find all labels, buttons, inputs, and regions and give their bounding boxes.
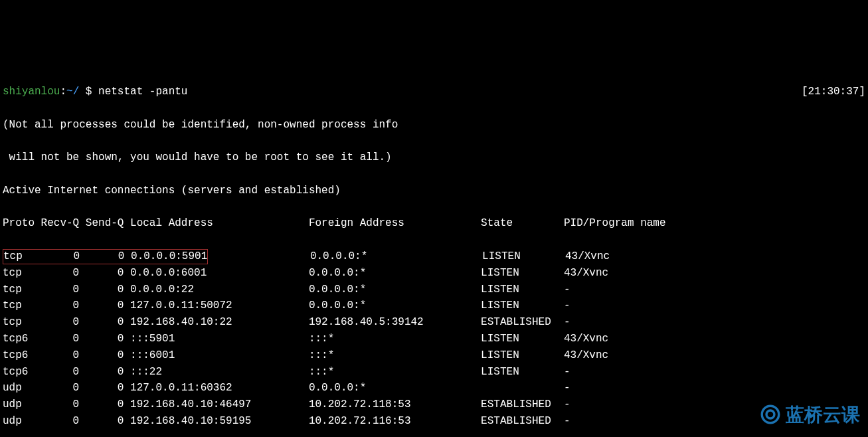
svg-point-0 (762, 406, 779, 424)
table-row: tcp 0 0 0.0.0.0:22 0.0.0.0:* LISTEN - (3, 282, 865, 298)
table-row: tcp 0 0 127.0.0.11:50072 0.0.0.0:* LISTE… (3, 298, 865, 314)
netstat-header: Proto Recv-Q Send-Q Local Address Foreig… (3, 215, 865, 232)
netstat-rows: tcp 0 0 0.0.0.0:5901 0.0.0.0:* LISTEN 43… (3, 248, 865, 430)
table-row: tcp 0 0 0.0.0.0:5901 0.0.0.0:* LISTEN 43… (3, 248, 865, 265)
prompt-user: shiyanlou (3, 86, 60, 98)
prompt-sep: : (60, 86, 66, 98)
table-row: tcp6 0 0 :::22 :::* LISTEN - (3, 364, 865, 381)
timestamp: [21:30:37] (802, 84, 865, 100)
table-row: udp 0 0 192.168.40.10:59195 10.202.72.11… (3, 413, 865, 430)
warning-text-1: (Not all processes could be identified, … (3, 117, 865, 133)
prompt-line-1[interactable]: shiyanlou:~/ $ netstat -pantu[21:30:37] (3, 84, 865, 100)
table-row: udp 0 0 192.168.40.10:46497 10.202.72.11… (3, 396, 865, 413)
command-input[interactable]: netstat -pantu (98, 86, 187, 98)
table-row: tcp6 0 0 :::6001 :::* LISTEN 43/Xvnc (3, 347, 865, 364)
table-row: tcp6 0 0 :::5901 :::* LISTEN 43/Xvnc (3, 331, 865, 347)
watermark-text: 蓝桥云课 (786, 400, 860, 429)
table-row: tcp 0 0 0.0.0.0:6001 0.0.0.0:* LISTEN 43… (3, 265, 865, 282)
svg-point-1 (766, 410, 774, 418)
active-connections-label: Active Internet connections (servers and… (3, 183, 865, 199)
prompt-path: ~/ (66, 86, 79, 98)
lanqiao-logo-icon (759, 403, 782, 426)
table-row: udp 0 0 127.0.0.11:60362 0.0.0.0:* - (3, 380, 865, 396)
terminal-output: shiyanlou:~/ $ netstat -pantu[21:30:37] … (3, 67, 865, 437)
watermark: 蓝桥云课 (759, 400, 860, 429)
prompt-dollar: $ (79, 86, 98, 98)
warning-text-2: will not be shown, you would have to be … (3, 149, 865, 166)
table-row: tcp 0 0 192.168.40.10:22 192.168.40.5:39… (3, 314, 865, 331)
